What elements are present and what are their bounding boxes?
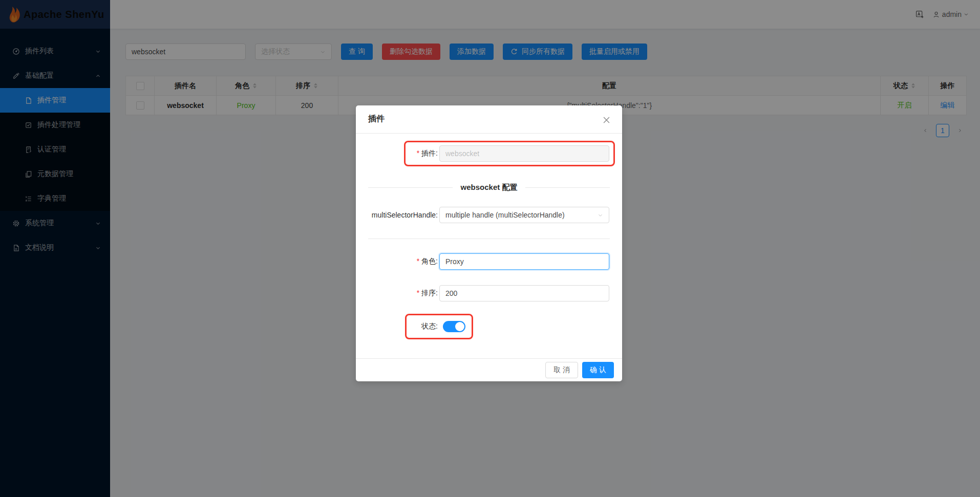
plugin-modal: 插件 *插件: websocket 配置 <box>356 105 622 381</box>
role-field-row: *角色: <box>368 253 610 270</box>
sort-field-row: *排序: <box>368 285 610 301</box>
annotation-red-box-plugin: *插件: <box>404 141 615 166</box>
status-toggle[interactable] <box>443 321 465 332</box>
confirm-button[interactable]: 确 认 <box>582 362 614 378</box>
modal-body: *插件: websocket 配置 multiSelectorHandle: m… <box>356 134 622 358</box>
app-root: Apache ShenYu 插件列表 基础配置 <box>0 0 980 497</box>
handle-field-row: multiSelectorHandle: multiple handle (mu… <box>368 207 610 223</box>
handle-select[interactable]: multiple handle (multiSelectorHandle) <box>439 207 609 223</box>
annotation-red-box-status: 状态: <box>405 314 473 339</box>
section-divider-line <box>368 239 610 239</box>
close-icon[interactable] <box>601 114 612 125</box>
required-mark: * <box>417 257 419 265</box>
role-input[interactable] <box>439 253 609 270</box>
role-field-label: *角色: <box>368 257 438 266</box>
sort-input[interactable] <box>439 285 609 301</box>
cancel-button[interactable]: 取 消 <box>545 362 578 378</box>
modal-title: 插件 <box>368 114 385 123</box>
required-mark: * <box>417 149 419 157</box>
chevron-down-icon <box>598 212 603 218</box>
sort-field-label: *排序: <box>368 289 438 298</box>
plugin-name-input[interactable] <box>439 145 609 162</box>
modal-header: 插件 <box>356 105 622 134</box>
handle-select-value: multiple handle (multiSelectorHandle) <box>445 211 565 219</box>
status-field-label: 状态: <box>412 322 438 331</box>
config-section-title: websocket 配置 <box>461 183 518 192</box>
modal-footer: 取 消 确 认 <box>356 358 622 381</box>
required-mark: * <box>417 289 419 297</box>
plugin-field-label: *插件: <box>410 149 438 158</box>
handle-field-label: multiSelectorHandle: <box>368 211 438 219</box>
config-section-divider: websocket 配置 <box>368 183 610 192</box>
